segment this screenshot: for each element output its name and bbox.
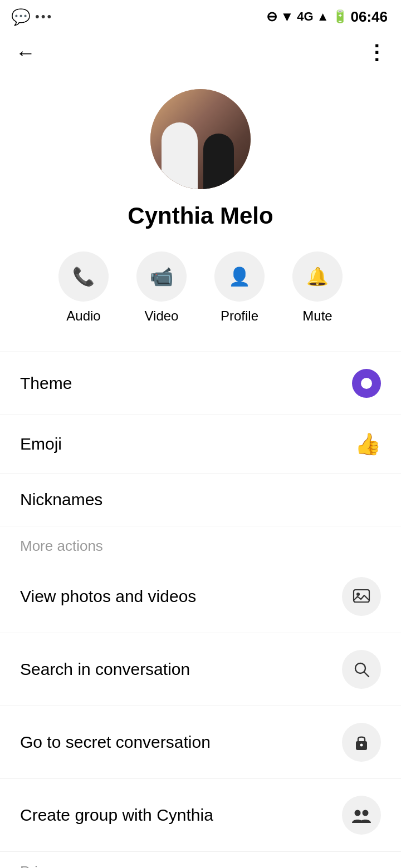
theme-toggle bbox=[352, 369, 381, 398]
lock-icon-circle bbox=[342, 723, 381, 762]
theme-icon-right bbox=[352, 369, 381, 398]
contact-name: Cynthia Melo bbox=[128, 203, 273, 229]
network-label: 4G bbox=[297, 9, 313, 24]
svg-point-5 bbox=[360, 744, 363, 747]
nicknames-label: Nicknames bbox=[20, 490, 102, 509]
search-icon-circle bbox=[342, 650, 381, 689]
search-conversation-label: Search in conversation bbox=[20, 660, 190, 679]
audio-call-button[interactable]: 📞 Audio bbox=[58, 251, 109, 324]
view-photos-icon bbox=[342, 577, 381, 616]
svg-point-7 bbox=[363, 810, 369, 816]
profile-button[interactable]: 👤 Profile bbox=[214, 251, 265, 324]
emoji-label: Emoji bbox=[20, 435, 62, 453]
back-button[interactable]: ← bbox=[16, 41, 36, 65]
theme-menu-item[interactable]: Theme bbox=[0, 352, 401, 415]
create-group-icon bbox=[342, 796, 381, 835]
more-options-button[interactable]: ⋮ bbox=[366, 43, 385, 63]
svg-line-3 bbox=[364, 672, 369, 677]
create-group-label: Create group with Cynthia bbox=[20, 806, 213, 825]
mute-button[interactable]: 🔔 Mute bbox=[292, 251, 343, 324]
create-group-menu-item[interactable]: Create group with Cynthia bbox=[0, 779, 401, 852]
profile-label: Profile bbox=[221, 308, 258, 324]
profile-section: Cynthia Melo 📞 Audio 📹 Video 👤 Profile 🔔… bbox=[0, 72, 401, 352]
battery-icon: 🔋 bbox=[332, 9, 348, 24]
signal-icon: ▲ bbox=[317, 9, 329, 24]
secret-conversation-menu-item[interactable]: Go to secret conversation bbox=[0, 706, 401, 779]
status-right: ⊖ ▼ 4G ▲ 🔋 06:46 bbox=[266, 8, 388, 26]
secret-conversation-icon bbox=[342, 723, 381, 762]
nicknames-menu-item[interactable]: Nicknames bbox=[0, 474, 401, 526]
svg-point-6 bbox=[355, 810, 361, 816]
video-icon: 📹 bbox=[136, 251, 187, 302]
audio-icon: 📞 bbox=[58, 251, 109, 302]
group-icon-circle bbox=[342, 796, 381, 835]
search-conversation-menu-item[interactable]: Search in conversation bbox=[0, 633, 401, 706]
wifi-icon: ▼ bbox=[281, 9, 294, 24]
secret-conversation-label: Go to secret conversation bbox=[20, 733, 211, 752]
emoji-icon-right: 👍 bbox=[355, 432, 381, 456]
status-dots: ••• bbox=[35, 9, 53, 24]
view-photos-menu-item[interactable]: View photos and videos bbox=[0, 560, 401, 633]
time-display: 06:46 bbox=[351, 8, 388, 26]
svg-point-1 bbox=[356, 593, 360, 596]
photos-icon-circle bbox=[342, 577, 381, 616]
avatar-image bbox=[150, 89, 251, 189]
status-left: 💬 ••• bbox=[11, 8, 53, 26]
top-nav: ← ⋮ bbox=[0, 33, 401, 72]
emoji-menu-item[interactable]: Emoji 👍 bbox=[0, 415, 401, 474]
avatar[interactable] bbox=[150, 89, 251, 189]
search-conversation-icon bbox=[342, 650, 381, 689]
whatsapp-icon: 💬 bbox=[11, 8, 31, 26]
svg-rect-0 bbox=[354, 590, 369, 602]
thumbs-up-icon: 👍 bbox=[355, 432, 381, 456]
view-photos-label: View photos and videos bbox=[20, 587, 196, 606]
profile-icon: 👤 bbox=[214, 251, 265, 302]
status-bar: 💬 ••• ⊖ ▼ 4G ▲ 🔋 06:46 bbox=[0, 0, 401, 33]
theme-label: Theme bbox=[20, 374, 72, 393]
video-label: Video bbox=[145, 308, 179, 324]
audio-label: Audio bbox=[66, 308, 100, 324]
video-call-button[interactable]: 📹 Video bbox=[136, 251, 187, 324]
do-not-disturb-icon: ⊖ bbox=[266, 9, 277, 24]
privacy-header: Privacy bbox=[0, 852, 401, 868]
mute-icon: 🔔 bbox=[292, 251, 343, 302]
mute-label: Mute bbox=[302, 308, 332, 324]
more-actions-header: More actions bbox=[0, 526, 401, 560]
theme-dot bbox=[361, 378, 372, 389]
action-buttons-row: 📞 Audio 📹 Video 👤 Profile 🔔 Mute bbox=[42, 246, 359, 341]
